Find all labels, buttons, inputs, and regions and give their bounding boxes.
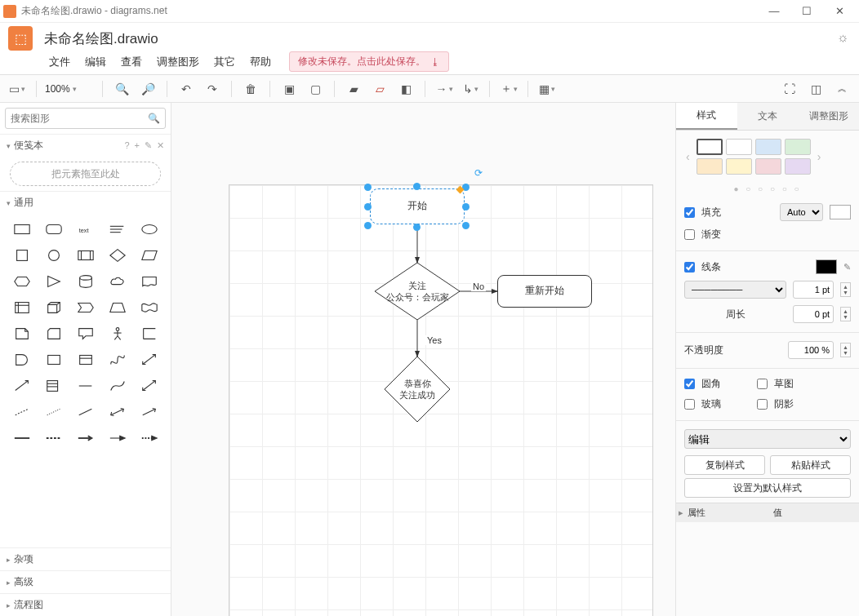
search-input[interactable] xyxy=(11,113,148,124)
scratchpad-edit[interactable]: ✎ xyxy=(145,140,152,151)
advanced-header[interactable]: ▸高级 xyxy=(0,570,171,593)
shape-dotted[interactable] xyxy=(40,401,67,423)
shape-line[interactable] xyxy=(72,401,99,423)
line-style-select[interactable]: ──────── xyxy=(684,281,786,299)
swatch[interactable] xyxy=(755,139,781,155)
shape-listitem[interactable] xyxy=(72,375,99,397)
shape-hexagon[interactable] xyxy=(8,271,35,292)
menu-arrange[interactable]: 调整图形 xyxy=(157,55,199,69)
menu-other[interactable]: 其它 xyxy=(214,55,235,69)
shape-link3[interactable] xyxy=(72,428,99,449)
doc-name[interactable]: 未命名绘图.drawio xyxy=(44,29,835,48)
sel-handle[interactable] xyxy=(413,224,421,231)
menu-edit[interactable]: 编辑 xyxy=(85,55,106,69)
unsaved-banner[interactable]: 修改未保存。点击此处保存。 ⭳ xyxy=(289,51,449,72)
swatch[interactable] xyxy=(785,139,811,155)
fill-checkbox[interactable] xyxy=(684,207,695,218)
edit-style-select[interactable]: 编辑 xyxy=(684,429,851,449)
shape-actor[interactable] xyxy=(104,323,131,344)
shape-roundrect[interactable] xyxy=(40,219,67,240)
opacity-input[interactable] xyxy=(788,341,834,359)
shape-square[interactable] xyxy=(8,245,35,266)
search-icon[interactable]: 🔍 xyxy=(148,113,160,124)
waypoint-button[interactable]: ↳ xyxy=(460,78,481,100)
menu-help[interactable]: 帮助 xyxy=(250,55,271,69)
opacity-spin[interactable]: ▲▼ xyxy=(840,343,851,357)
sel-handle[interactable] xyxy=(462,222,470,229)
shadow-button[interactable]: ◧ xyxy=(395,78,416,100)
gradient-checkbox[interactable] xyxy=(684,229,695,240)
swatch-next[interactable]: › xyxy=(816,150,823,163)
line-color[interactable] xyxy=(816,259,837,274)
shape-textbox[interactable] xyxy=(104,219,131,240)
general-header[interactable]: ▾ 通用 xyxy=(0,191,171,214)
props-toggle[interactable]: ▸ xyxy=(676,507,686,518)
misc-header[interactable]: ▸杂项 xyxy=(0,547,171,570)
shape-diamond[interactable] xyxy=(104,245,131,266)
shape-text[interactable]: text xyxy=(72,219,99,240)
menu-file[interactable]: 文件 xyxy=(49,55,70,69)
sel-handle[interactable] xyxy=(364,203,372,211)
paste-style-button[interactable]: 粘贴样式 xyxy=(770,455,851,475)
swatch-pager[interactable]: ● ○ ○ ○ ○ ○ xyxy=(676,183,859,200)
view-mode-button[interactable]: ▭ xyxy=(7,78,28,100)
shape-cube[interactable] xyxy=(40,297,67,318)
copy-style-button[interactable]: 复制样式 xyxy=(684,455,765,475)
line-checkbox[interactable] xyxy=(684,262,695,273)
shape-datastore[interactable] xyxy=(72,349,99,370)
shape-dashed[interactable] xyxy=(8,401,35,423)
tab-text[interactable]: 文本 xyxy=(737,103,799,130)
shape-document[interactable] xyxy=(136,271,162,292)
perimeter-spin[interactable]: ▲▼ xyxy=(840,307,851,321)
shape-circle[interactable] xyxy=(40,245,67,266)
scratchpad-help[interactable]: ? xyxy=(124,140,129,151)
collapse-button[interactable]: ︽ xyxy=(831,78,852,100)
shape-process[interactable] xyxy=(72,245,99,266)
swatch[interactable] xyxy=(785,158,811,175)
shape-ellipse[interactable] xyxy=(136,219,162,240)
node-restart[interactable]: 重新开始 xyxy=(497,275,592,308)
to-front-button[interactable]: ▣ xyxy=(278,78,300,100)
canvas[interactable]: No Yes 开始 ⟳ 关注 公众号：会玩家 xyxy=(171,103,675,616)
sel-handle[interactable] xyxy=(462,203,470,211)
insert-button[interactable]: ＋ xyxy=(498,78,519,100)
format-panel-button[interactable]: ◫ xyxy=(805,78,826,100)
scratchpad-header[interactable]: ▾ 便笺本 ? + ✎ ✕ xyxy=(0,134,171,157)
connection-button[interactable]: → xyxy=(434,78,455,100)
scratchpad-drop[interactable]: 把元素拖至此处 xyxy=(10,162,161,186)
zoom-in-button[interactable]: 🔍 xyxy=(111,78,132,100)
appearance-icon[interactable]: ☼ xyxy=(835,30,851,47)
node-start[interactable]: 开始 xyxy=(370,188,465,224)
sel-handle[interactable] xyxy=(413,183,421,190)
shape-triangle[interactable] xyxy=(40,271,67,292)
fill-color-button[interactable]: ▰ xyxy=(343,78,364,100)
node-decision[interactable]: 关注 公众号：会玩家 xyxy=(375,263,460,320)
shape-curve2[interactable] xyxy=(104,375,131,397)
perimeter-input[interactable] xyxy=(793,305,834,323)
shape-link2[interactable] xyxy=(40,428,67,449)
rotate-handle[interactable]: ⟳ xyxy=(474,167,484,177)
tab-arrange[interactable]: 调整图形 xyxy=(798,103,859,130)
close-button[interactable]: ✕ xyxy=(823,0,856,23)
edge-label-yes[interactable]: Yes xyxy=(425,335,443,345)
shape-bracket[interactable] xyxy=(136,323,162,344)
shape-curve[interactable] xyxy=(104,349,131,370)
shape-step[interactable] xyxy=(72,297,99,318)
swatch-prev[interactable]: ‹ xyxy=(684,150,692,163)
scratchpad-add[interactable]: + xyxy=(135,140,140,151)
swatch[interactable] xyxy=(697,158,723,175)
swatch[interactable] xyxy=(726,158,752,175)
shape-link4[interactable] xyxy=(104,428,131,449)
maximize-button[interactable]: ☐ xyxy=(790,0,823,23)
shape-dirline[interactable] xyxy=(136,401,162,423)
shape-bidir-arrow[interactable] xyxy=(136,349,162,370)
shape-bidir[interactable] xyxy=(104,401,131,423)
delete-button[interactable]: 🗑 xyxy=(240,78,261,100)
stroke-color-button[interactable]: ▱ xyxy=(369,78,390,100)
fill-color[interactable] xyxy=(830,205,851,219)
swatch[interactable] xyxy=(697,139,723,155)
shape-and[interactable] xyxy=(40,349,67,370)
shape-cylinder[interactable] xyxy=(72,271,99,292)
swatch[interactable] xyxy=(726,139,752,155)
set-default-button[interactable]: 设置为默认样式 xyxy=(684,478,851,498)
